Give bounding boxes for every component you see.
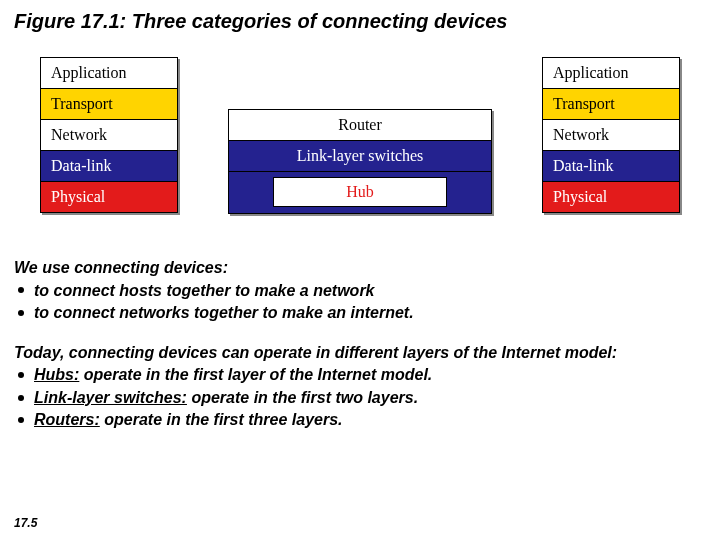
para-2-lead: Today, connecting devices can operate in…	[14, 342, 706, 364]
figure-title: Figure 17.1: Three categories of connect…	[14, 10, 706, 33]
bullet-text: to connect hosts together to make a netw…	[34, 282, 375, 299]
link-layer-switches-box: Link-layer switches	[229, 141, 491, 172]
lls-label: Link-layer switches:	[34, 389, 187, 406]
paragraph-1: We use connecting devices: to connect ho…	[14, 257, 706, 324]
router-box: Router	[229, 110, 491, 141]
page-number: 17.5	[14, 516, 37, 530]
diagram: Application Transport Network Data-link …	[40, 57, 680, 213]
bullet-text: to connect networks together to make an …	[34, 304, 414, 321]
list-item: Hubs: operate in the first layer of the …	[18, 363, 706, 386]
bullet-icon	[18, 395, 24, 401]
left-application-layer: Application	[41, 58, 177, 89]
lls-rest: operate in the first two layers.	[187, 389, 418, 406]
paragraph-2: Today, connecting devices can operate in…	[14, 342, 706, 431]
figure-caption: Three categories of connecting devices	[126, 10, 507, 32]
left-layer-stack: Application Transport Network Data-link …	[40, 57, 178, 213]
routers-label: Routers:	[34, 411, 100, 428]
list-item: to connect networks together to make an …	[18, 301, 706, 324]
bullet-icon	[18, 372, 24, 378]
right-physical-layer: Physical	[543, 182, 679, 212]
bullet-icon	[18, 310, 24, 316]
right-transport-layer: Transport	[543, 89, 679, 120]
left-data-link-layer: Data-link	[41, 151, 177, 182]
list-item: to connect hosts together to make a netw…	[18, 279, 706, 302]
bullet-icon	[18, 287, 24, 293]
hub-box: Hub	[273, 177, 447, 207]
routers-rest: operate in the first three layers.	[100, 411, 343, 428]
hubs-label: Hubs:	[34, 366, 79, 383]
list-item: Link-layer switches: operate in the firs…	[18, 386, 706, 409]
right-data-link-layer: Data-link	[543, 151, 679, 182]
hubs-rest: operate in the first layer of the Intern…	[79, 366, 432, 383]
list-item: Routers: operate in the first three laye…	[18, 408, 706, 431]
center-devices-stack: Router Link-layer switches Hub	[228, 109, 492, 214]
left-transport-layer: Transport	[41, 89, 177, 120]
figure-number: Figure 17.1:	[14, 10, 126, 32]
hub-wrapper: Hub	[229, 172, 491, 213]
right-application-layer: Application	[543, 58, 679, 89]
right-layer-stack: Application Transport Network Data-link …	[542, 57, 680, 213]
left-physical-layer: Physical	[41, 182, 177, 212]
right-network-layer: Network	[543, 120, 679, 151]
para-1-lead: We use connecting devices:	[14, 257, 706, 279]
bullet-icon	[18, 417, 24, 423]
left-network-layer: Network	[41, 120, 177, 151]
